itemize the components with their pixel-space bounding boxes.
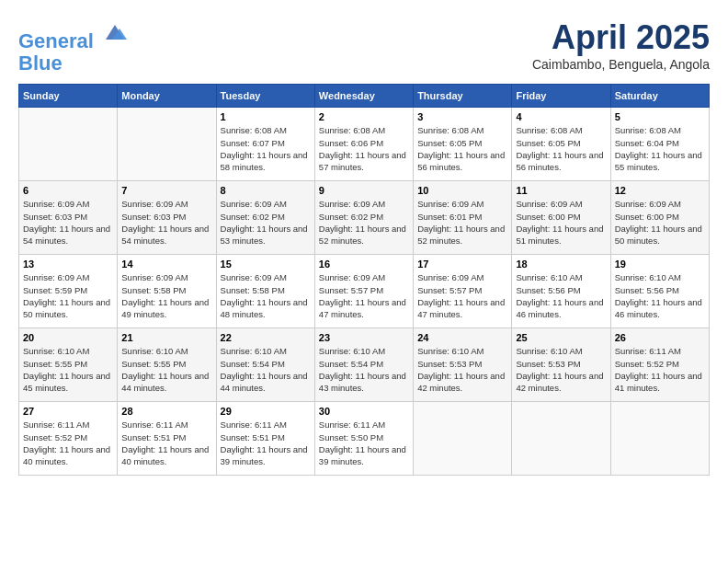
day-number: 4 <box>516 111 606 122</box>
calendar-cell: 27Sunrise: 6:11 AMSunset: 5:52 PMDayligh… <box>19 402 118 476</box>
calendar-cell: 30Sunrise: 6:11 AMSunset: 5:50 PMDayligh… <box>314 402 413 476</box>
day-info: Sunrise: 6:10 AMSunset: 5:53 PMDaylight:… <box>417 345 507 394</box>
day-number: 25 <box>516 332 606 343</box>
logo: General Blue <box>18 18 129 75</box>
calendar-cell: 9Sunrise: 6:09 AMSunset: 6:02 PMDaylight… <box>314 181 413 255</box>
day-info: Sunrise: 6:11 AMSunset: 5:51 PMDaylight:… <box>121 419 211 467</box>
day-info: Sunrise: 6:10 AMSunset: 5:53 PMDaylight:… <box>516 345 606 394</box>
day-number: 14 <box>121 259 211 270</box>
day-number: 26 <box>615 332 705 343</box>
calendar-cell: 5Sunrise: 6:08 AMSunset: 6:04 PMDaylight… <box>610 108 709 181</box>
calendar-cell: 24Sunrise: 6:10 AMSunset: 5:53 PMDayligh… <box>414 328 512 402</box>
day-number: 5 <box>615 111 705 122</box>
day-info: Sunrise: 6:08 AMSunset: 6:05 PMDaylight:… <box>417 124 507 173</box>
day-number: 23 <box>319 332 409 343</box>
day-info: Sunrise: 6:09 AMSunset: 6:00 PMDaylight:… <box>516 198 606 247</box>
calendar-cell: 19Sunrise: 6:10 AMSunset: 5:56 PMDayligh… <box>610 255 709 328</box>
calendar-cell: 21Sunrise: 6:10 AMSunset: 5:55 PMDayligh… <box>118 328 216 402</box>
day-info: Sunrise: 6:08 AMSunset: 6:07 PMDaylight:… <box>221 124 311 173</box>
calendar-cell: 2Sunrise: 6:08 AMSunset: 6:06 PMDaylight… <box>314 108 413 181</box>
calendar-cell <box>19 108 118 181</box>
week-row-5: 27Sunrise: 6:11 AMSunset: 5:52 PMDayligh… <box>19 402 710 476</box>
title-area: April 2025 Caimbambo, Benguela, Angola <box>532 18 710 72</box>
day-info: Sunrise: 6:08 AMSunset: 6:04 PMDaylight:… <box>615 124 705 173</box>
calendar-cell: 14Sunrise: 6:09 AMSunset: 5:58 PMDayligh… <box>118 255 216 328</box>
logo-icon <box>101 18 129 46</box>
calendar-cell: 12Sunrise: 6:09 AMSunset: 6:00 PMDayligh… <box>610 181 709 255</box>
day-info: Sunrise: 6:09 AMSunset: 6:02 PMDaylight:… <box>319 198 409 247</box>
calendar-cell: 20Sunrise: 6:10 AMSunset: 5:55 PMDayligh… <box>19 328 118 402</box>
day-number: 1 <box>221 111 311 122</box>
calendar-cell: 10Sunrise: 6:09 AMSunset: 6:01 PMDayligh… <box>414 181 512 255</box>
day-number: 9 <box>319 185 409 196</box>
calendar-cell: 3Sunrise: 6:08 AMSunset: 6:05 PMDaylight… <box>414 108 512 181</box>
week-row-1: 1Sunrise: 6:08 AMSunset: 6:07 PMDaylight… <box>19 108 710 181</box>
day-info: Sunrise: 6:09 AMSunset: 5:59 PMDaylight:… <box>23 271 113 320</box>
day-info: Sunrise: 6:10 AMSunset: 5:55 PMDaylight:… <box>121 345 211 394</box>
calendar-cell: 6Sunrise: 6:09 AMSunset: 6:03 PMDaylight… <box>19 181 118 255</box>
day-number: 18 <box>516 259 606 270</box>
logo-blue: Blue <box>18 52 129 75</box>
calendar-cell: 23Sunrise: 6:10 AMSunset: 5:54 PMDayligh… <box>314 328 413 402</box>
day-info: Sunrise: 6:11 AMSunset: 5:50 PMDaylight:… <box>319 419 409 467</box>
calendar-cell <box>118 108 216 181</box>
day-info: Sunrise: 6:09 AMSunset: 6:01 PMDaylight:… <box>417 198 507 247</box>
calendar-cell: 29Sunrise: 6:11 AMSunset: 5:51 PMDayligh… <box>216 402 314 476</box>
day-number: 8 <box>221 185 311 196</box>
day-info: Sunrise: 6:11 AMSunset: 5:52 PMDaylight:… <box>23 419 113 467</box>
day-number: 6 <box>23 185 113 196</box>
day-info: Sunrise: 6:08 AMSunset: 6:06 PMDaylight:… <box>319 124 409 173</box>
day-number: 15 <box>221 259 311 270</box>
day-number: 11 <box>516 185 606 196</box>
day-number: 22 <box>221 332 311 343</box>
day-info: Sunrise: 6:10 AMSunset: 5:56 PMDaylight:… <box>615 271 705 320</box>
day-info: Sunrise: 6:10 AMSunset: 5:56 PMDaylight:… <box>516 271 606 320</box>
weekday-header-monday: Monday <box>118 85 216 108</box>
calendar-cell: 1Sunrise: 6:08 AMSunset: 6:07 PMDaylight… <box>216 108 314 181</box>
day-info: Sunrise: 6:09 AMSunset: 5:58 PMDaylight:… <box>221 271 311 320</box>
calendar-header-row: SundayMondayTuesdayWednesdayThursdayFrid… <box>19 85 710 108</box>
day-number: 12 <box>615 185 705 196</box>
day-number: 16 <box>319 259 409 270</box>
day-info: Sunrise: 6:09 AMSunset: 5:57 PMDaylight:… <box>319 271 409 320</box>
calendar-table: SundayMondayTuesdayWednesdayThursdayFrid… <box>18 84 710 476</box>
day-number: 20 <box>23 332 113 343</box>
calendar-cell: 22Sunrise: 6:10 AMSunset: 5:54 PMDayligh… <box>216 328 314 402</box>
day-number: 28 <box>121 406 211 417</box>
calendar-cell: 8Sunrise: 6:09 AMSunset: 6:02 PMDaylight… <box>216 181 314 255</box>
week-row-2: 6Sunrise: 6:09 AMSunset: 6:03 PMDaylight… <box>19 181 710 255</box>
day-number: 13 <box>23 259 113 270</box>
day-info: Sunrise: 6:10 AMSunset: 5:54 PMDaylight:… <box>319 345 409 394</box>
calendar-cell: 11Sunrise: 6:09 AMSunset: 6:00 PMDayligh… <box>512 181 610 255</box>
calendar-cell: 16Sunrise: 6:09 AMSunset: 5:57 PMDayligh… <box>314 255 413 328</box>
day-number: 2 <box>319 111 409 122</box>
day-number: 10 <box>417 185 507 196</box>
weekday-header-sunday: Sunday <box>19 85 118 108</box>
day-info: Sunrise: 6:09 AMSunset: 5:57 PMDaylight:… <box>417 271 507 320</box>
day-number: 7 <box>121 185 211 196</box>
weekday-header-wednesday: Wednesday <box>314 85 413 108</box>
calendar-cell: 7Sunrise: 6:09 AMSunset: 6:03 PMDaylight… <box>118 181 216 255</box>
day-number: 19 <box>615 259 705 270</box>
day-info: Sunrise: 6:09 AMSunset: 6:02 PMDaylight:… <box>221 198 311 247</box>
week-row-4: 20Sunrise: 6:10 AMSunset: 5:55 PMDayligh… <box>19 328 710 402</box>
weekday-header-saturday: Saturday <box>610 85 709 108</box>
weekday-header-friday: Friday <box>512 85 610 108</box>
calendar-cell: 18Sunrise: 6:10 AMSunset: 5:56 PMDayligh… <box>512 255 610 328</box>
day-info: Sunrise: 6:09 AMSunset: 6:00 PMDaylight:… <box>615 198 705 247</box>
week-row-3: 13Sunrise: 6:09 AMSunset: 5:59 PMDayligh… <box>19 255 710 328</box>
logo-general: General <box>18 29 94 52</box>
calendar-cell: 28Sunrise: 6:11 AMSunset: 5:51 PMDayligh… <box>118 402 216 476</box>
calendar-cell: 26Sunrise: 6:11 AMSunset: 5:52 PMDayligh… <box>610 328 709 402</box>
weekday-header-tuesday: Tuesday <box>216 85 314 108</box>
day-info: Sunrise: 6:10 AMSunset: 5:54 PMDaylight:… <box>221 345 311 394</box>
day-info: Sunrise: 6:09 AMSunset: 6:03 PMDaylight:… <box>23 198 113 247</box>
day-number: 24 <box>417 332 507 343</box>
day-number: 17 <box>417 259 507 270</box>
calendar-cell: 25Sunrise: 6:10 AMSunset: 5:53 PMDayligh… <box>512 328 610 402</box>
day-number: 30 <box>319 406 409 417</box>
logo-text: General <box>18 18 129 52</box>
location: Caimbambo, Benguela, Angola <box>532 57 710 72</box>
calendar-cell: 15Sunrise: 6:09 AMSunset: 5:58 PMDayligh… <box>216 255 314 328</box>
day-info: Sunrise: 6:08 AMSunset: 6:05 PMDaylight:… <box>516 124 606 173</box>
